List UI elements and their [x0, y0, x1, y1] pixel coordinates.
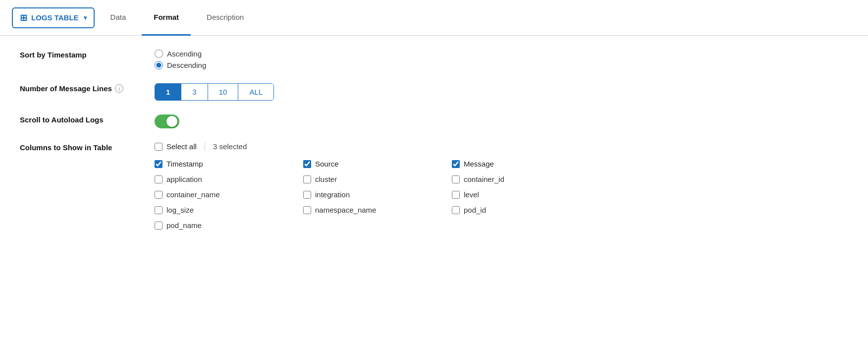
col-application[interactable]: application	[155, 175, 303, 183]
select-all-row: Select all	[155, 142, 197, 151]
col-pod-name-input[interactable]	[155, 222, 163, 229]
col-pod-name[interactable]: pod_name	[155, 221, 303, 229]
columns-label: Columns to Show in Table	[20, 142, 139, 152]
col-level[interactable]: level	[452, 190, 600, 199]
col-level-input[interactable]	[452, 191, 460, 199]
col-application-input[interactable]	[155, 175, 163, 183]
message-lines-row: Number of Message Lines i 1 3 10 ALL	[20, 83, 848, 101]
col-pod-id[interactable]: pod_id	[452, 206, 600, 214]
col-timestamp-input[interactable]	[155, 160, 163, 168]
content: Sort by Timestamp Ascending Descending N…	[0, 36, 868, 257]
col-namespace-name[interactable]: namespace_name	[303, 206, 452, 214]
tab-description[interactable]: Description	[195, 0, 256, 36]
col-integration-input[interactable]	[303, 191, 311, 199]
tab-format[interactable]: Format	[142, 0, 191, 36]
sort-timestamp-row: Sort by Timestamp Ascending Descending	[20, 50, 848, 69]
toggle-slider	[155, 115, 179, 128]
table-icon: ⊞	[20, 12, 27, 23]
msg-lines-10-button[interactable]: 10	[208, 84, 239, 100]
scroll-autoload-control	[155, 115, 179, 128]
select-all-checkbox[interactable]	[155, 143, 163, 151]
col-namespace-name-input[interactable]	[303, 206, 311, 214]
col-source-input[interactable]	[303, 160, 311, 168]
col-log-size[interactable]: log_size	[155, 206, 303, 214]
msg-lines-3-button[interactable]: 3	[181, 84, 208, 100]
col-message[interactable]: Message	[452, 160, 600, 168]
chevron-down-icon: ▾	[84, 14, 87, 21]
radio-descending-input[interactable]	[155, 61, 163, 69]
col-cluster[interactable]: cluster	[303, 175, 452, 183]
selected-count: 3 selected	[205, 142, 247, 151]
col-timestamp[interactable]: Timestamp	[155, 160, 303, 168]
col-pod-id-input[interactable]	[452, 206, 460, 214]
checkbox-grid: Timestamp Source Message application	[155, 160, 600, 229]
autoload-toggle[interactable]	[155, 115, 179, 128]
radio-ascending[interactable]: Ascending	[155, 50, 206, 58]
logs-table-button[interactable]: ⊞ LOGS TABLE ▾	[12, 7, 95, 28]
col-cluster-input[interactable]	[303, 175, 311, 183]
sort-timestamp-label: Sort by Timestamp	[20, 50, 139, 59]
message-lines-label: Number of Message Lines i	[20, 83, 139, 93]
radio-descending[interactable]: Descending	[155, 61, 206, 69]
msg-lines-all-button[interactable]: ALL	[238, 84, 273, 100]
sort-timestamp-control: Ascending Descending	[155, 50, 206, 69]
message-lines-control: 1 3 10 ALL	[155, 83, 274, 101]
scroll-autoload-row: Scroll to Autoload Logs	[20, 115, 848, 128]
message-lines-group: 1 3 10 ALL	[155, 83, 274, 101]
col-container-id-input[interactable]	[452, 175, 460, 183]
col-container-name[interactable]: container_name	[155, 190, 303, 199]
columns-control: Select all 3 selected Timestamp Source M…	[155, 142, 600, 229]
msg-lines-1-button[interactable]: 1	[155, 84, 181, 100]
col-source[interactable]: Source	[303, 160, 452, 168]
col-integration[interactable]: integration	[303, 190, 452, 199]
col-message-input[interactable]	[452, 160, 460, 168]
tab-data[interactable]: Data	[99, 0, 138, 36]
columns-row: Columns to Show in Table Select all 3 se…	[20, 142, 848, 229]
scroll-autoload-label: Scroll to Autoload Logs	[20, 115, 139, 124]
columns-header: Select all 3 selected	[155, 142, 600, 151]
header: ⊞ LOGS TABLE ▾ Data Format Description	[0, 0, 868, 36]
logs-table-label: LOGS TABLE	[31, 13, 79, 22]
radio-ascending-input[interactable]	[155, 50, 163, 58]
col-container-name-input[interactable]	[155, 191, 163, 199]
col-log-size-input[interactable]	[155, 206, 163, 214]
select-all-label: Select all	[166, 142, 197, 151]
info-icon[interactable]: i	[115, 84, 123, 93]
col-container-id[interactable]: container_id	[452, 175, 600, 183]
